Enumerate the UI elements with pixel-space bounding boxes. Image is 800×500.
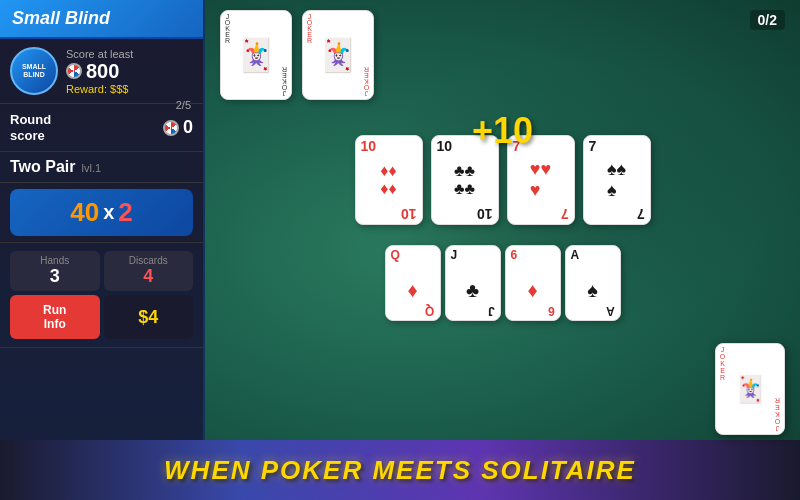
small-blind-badge: SMALLBLIND xyxy=(10,47,58,95)
bottom-controls: Hands 3 Discards 4 Run Info $4 xyxy=(0,243,203,348)
card-rank-7s-bot: 7 xyxy=(637,207,645,221)
chip-icon xyxy=(66,63,82,79)
mult-base: 40 xyxy=(70,197,99,228)
hands-value: 3 xyxy=(18,266,92,287)
round-score-value: 0 xyxy=(163,117,193,138)
hand-suit-a: ♠ xyxy=(587,279,598,302)
joker-label-2: JOKER xyxy=(306,13,313,43)
joker-face-2: 🃏 xyxy=(318,36,358,74)
discards-stat: Discards 4 xyxy=(104,251,194,291)
right-progress-counter: 0/2 xyxy=(750,10,785,30)
hands-stat: Hands 3 xyxy=(10,251,100,291)
card-center-10c: ♣♣♣♣ xyxy=(450,142,479,218)
hand-suit-j: ♣ xyxy=(466,279,479,302)
hand-card-6[interactable]: 6 ♦ 6 xyxy=(505,245,561,321)
suit-10c: ♣♣♣♣ xyxy=(454,162,475,198)
card-rank-10c: 10 xyxy=(437,139,453,153)
play-card-10d[interactable]: 10 ♦♦♦♦ 10 xyxy=(355,135,423,225)
money-display: $4 xyxy=(104,295,194,339)
round-score-number: 0 xyxy=(183,117,193,138)
score-section: SMALLBLIND Score at least 800 Reward: $$… xyxy=(0,39,203,104)
score-multiplier-section: 40 x 2 xyxy=(0,183,203,243)
hand-level: lvl.1 xyxy=(82,162,102,174)
hand-rank-j: J xyxy=(451,249,458,261)
hand-type-section: Two Pair lvl.1 xyxy=(0,152,203,183)
hand-suit-6: ♦ xyxy=(527,279,537,302)
play-card-7s[interactable]: 7 ♠♠♠ 7 xyxy=(583,135,651,225)
hands-label: Hands xyxy=(18,255,92,266)
game-area: JOKER 🃏 JOKER JOKER 🃏 JOKER 0/2 +10 10 ♦… xyxy=(205,0,800,440)
joker-face-1: 🃏 xyxy=(236,36,276,74)
hand-card-q[interactable]: Q ♦ Q xyxy=(385,245,441,321)
hand-rank-6-bot: 6 xyxy=(548,305,555,317)
suit-7s: ♠♠♠ xyxy=(607,159,626,201)
round-score-label: Roundscore xyxy=(10,112,51,143)
sidebar: Small Blind SMALLBLIND Score at least 80… xyxy=(0,0,205,500)
card-rank-10d-bot: 10 xyxy=(401,207,417,221)
round-score-section: Roundscore 0 xyxy=(0,104,203,152)
hand-card-a[interactable]: A ♠ A xyxy=(565,245,621,321)
suit-10d: ♦♦♦♦ xyxy=(380,162,396,198)
blind-title: Small Blind xyxy=(12,8,110,28)
blind-header: Small Blind xyxy=(0,0,203,39)
card-rank-7h-bot: 7 xyxy=(561,207,569,221)
multiplier-display: 40 x 2 xyxy=(10,189,193,236)
hand-rank-a-bot: A xyxy=(606,305,615,317)
round-chip-icon xyxy=(163,120,179,136)
hand-card-j[interactable]: J ♣ J xyxy=(445,245,501,321)
hand-name: Two Pair xyxy=(10,158,76,176)
discards-label: Discards xyxy=(112,255,186,266)
joker-label-1: JOKER xyxy=(224,13,231,43)
br-joker-face: 🃏 xyxy=(734,374,766,405)
card-rank-7s: 7 xyxy=(589,139,597,153)
card-center-7s: ♠♠♠ xyxy=(603,139,630,221)
hand-rank-j-bot: J xyxy=(488,305,495,317)
sidebar-progress: 2/5 xyxy=(176,99,191,111)
joker-label-2-bottom: JOKER xyxy=(363,67,370,97)
hand-rank-a: A xyxy=(571,249,580,261)
money-value: $4 xyxy=(138,307,158,328)
hand-row: Q ♦ Q J ♣ J 6 ♦ 6 A ♠ A xyxy=(205,240,800,326)
hands-discards: Hands 3 Discards 4 xyxy=(10,251,193,291)
hand-rank-q-bot: Q xyxy=(425,305,434,317)
run-info-button[interactable]: Run Info xyxy=(10,295,100,339)
score-value: 800 xyxy=(66,60,133,83)
br-joker-bot: JOKER xyxy=(774,397,781,432)
card-rank-10c-bot: 10 xyxy=(477,207,493,221)
joker-row: JOKER 🃏 JOKER JOKER 🃏 JOKER 0/2 xyxy=(205,0,800,110)
discards-value: 4 xyxy=(112,266,186,287)
badge-text: SMALLBLIND xyxy=(22,63,46,78)
br-joker-top: JOKER xyxy=(719,346,726,381)
card-center-10d: ♦♦♦♦ xyxy=(376,142,400,218)
joker-card-2: JOKER 🃏 JOKER xyxy=(302,10,374,100)
suit-7h: ♥♥♥ xyxy=(530,159,551,201)
score-popup: +10 xyxy=(472,110,533,152)
card-rank-10d: 10 xyxy=(361,139,377,153)
mult-x: x xyxy=(103,201,114,224)
joker-card-1: JOKER 🃏 JOKER xyxy=(220,10,292,100)
bottom-banner: WHEN POKER MEETS SOLITAIRE xyxy=(0,440,800,500)
banner-text: WHEN POKER MEETS SOLITAIRE xyxy=(164,455,636,486)
hand-rank-q: Q xyxy=(391,249,400,261)
joker-label-1-bottom: JOKER xyxy=(281,67,288,97)
hand-rank-6: 6 xyxy=(511,249,518,261)
score-at-least-label: Score at least xyxy=(66,48,133,60)
joker-card-br: JOKER 🃏 JOKER xyxy=(715,343,785,435)
joker-cards: JOKER 🃏 JOKER JOKER 🃏 JOKER xyxy=(220,10,374,100)
reward-label: Reward: $$$ xyxy=(66,83,133,95)
score-info: Score at least 800 Reward: $$$ xyxy=(66,48,133,95)
mult-multi: 2 xyxy=(118,197,132,228)
hand-suit-q: ♦ xyxy=(407,279,417,302)
score-target: 800 xyxy=(86,60,119,83)
